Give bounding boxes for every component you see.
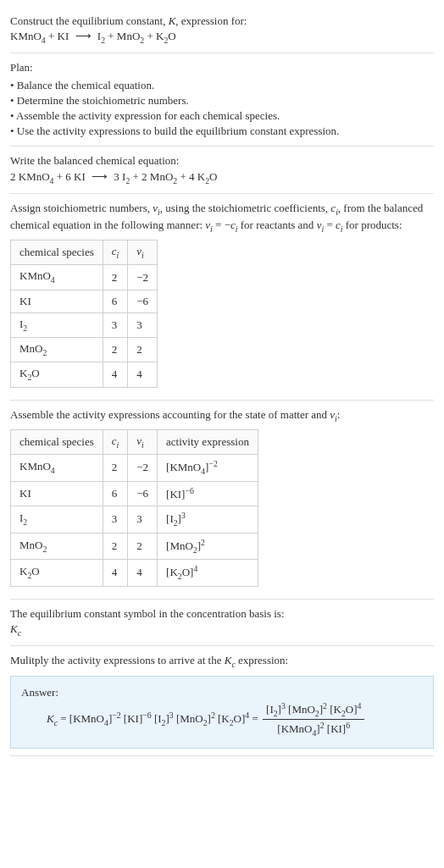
kc-K: K <box>10 622 18 635</box>
table-row: I233[I2]3 <box>11 506 258 534</box>
th-ci: ci <box>103 429 128 454</box>
ans-kc: K <box>47 712 54 725</box>
ans-t4: [MnO <box>176 712 203 725</box>
n3b: O] <box>346 703 358 716</box>
coef-1: 2 <box>10 170 19 183</box>
product-3: K <box>156 30 164 42</box>
table-row: MnO222[MnO2]2 <box>11 533 258 560</box>
bplus-2: + <box>130 170 142 183</box>
cell-activity: [K2O]4 <box>158 560 258 587</box>
balanced-title: Write the balanced chemical equation: <box>10 153 434 169</box>
plan-title: Plan: <box>10 60 434 75</box>
answer-equation: Kc = [KMnO4]−2 [KI]−6 [I2]3 [MnO2]2 [K2O… <box>21 700 423 739</box>
sp: KI <box>19 295 31 307</box>
bspecies-5: K <box>197 170 205 183</box>
stoich-table: chemical species ci νi KMnO42−2 KI6−6 I2… <box>10 240 158 387</box>
cell-species: K2O <box>11 362 103 387</box>
ans-t4sub: 2 <box>203 717 208 727</box>
bplus-3: + <box>177 170 189 183</box>
assign-eq2: for reactants and <box>238 218 317 231</box>
th-ci-sub: i <box>117 440 119 449</box>
th-nu: νi <box>128 240 158 265</box>
cell-nu: 2 <box>128 533 158 560</box>
d2: [KI] <box>327 723 346 736</box>
th-nu: νi <box>128 429 158 454</box>
sp-sub: 2 <box>23 517 27 527</box>
ans-t3: [I <box>154 712 162 725</box>
kc-sub: c <box>18 628 21 638</box>
spb: O <box>31 367 39 379</box>
assign-text: Assign stoichiometric numbers, νi, using… <box>10 201 434 235</box>
n3: [K <box>330 703 341 716</box>
ans-eq2: = <box>249 712 261 725</box>
balanced-section: Write the balanced chemical equation: 2 … <box>10 147 434 193</box>
act: [KMnO <box>166 461 201 473</box>
cell-species: KI <box>11 290 103 312</box>
act-sup: 4 <box>193 564 197 573</box>
table-row: KMnO42−2[KMnO4]−2 <box>11 455 258 482</box>
cell-c: 2 <box>103 533 128 560</box>
table-row: KMnO42−2 <box>11 265 158 290</box>
th-ci-sub: i <box>117 251 119 260</box>
answer-section: Mulitply the activity expressions to arr… <box>10 646 434 756</box>
actb: O] <box>182 567 194 579</box>
cell-c: 3 <box>103 312 128 337</box>
cell-species: I2 <box>11 312 103 337</box>
cell-nu: 4 <box>128 362 158 387</box>
cell-c: 6 <box>103 481 128 506</box>
cell-species: K2O <box>11 560 103 587</box>
cell-c: 6 <box>103 290 128 312</box>
cell-c: 4 <box>103 362 128 387</box>
answer-box: Answer: Kc = [KMnO4]−2 [KI]−6 [I2]3 [MnO… <box>10 676 434 749</box>
sp: K <box>19 565 27 578</box>
cell-nu: 2 <box>128 338 158 362</box>
sp-sub: 2 <box>23 323 27 333</box>
sp-sub: 4 <box>51 275 55 285</box>
sp: K <box>19 367 27 379</box>
ans-t1sup: −2 <box>112 710 120 719</box>
cell-nu: −2 <box>128 265 158 290</box>
sp: KI <box>19 487 31 500</box>
act-sup: 2 <box>201 538 205 547</box>
product-3b: O <box>168 30 175 42</box>
assign-eq4: for products: <box>342 218 402 231</box>
act: [K <box>166 567 178 579</box>
fraction: [I2]3 [MnO2]2 [K2O]4[KMnO4]2 [KI]6 <box>261 700 366 739</box>
reactant-1: KMnO <box>10 30 42 42</box>
cell-nu: 4 <box>128 560 158 587</box>
product-2: MnO <box>117 30 140 42</box>
kc-text: The equilibrium constant symbol in the c… <box>10 606 434 622</box>
cell-species: I2 <box>11 506 103 534</box>
d1s: 4 <box>312 728 316 738</box>
table-row: K2O44 <box>11 362 158 387</box>
bspecies-5b: O <box>209 170 217 183</box>
cell-nu: −6 <box>128 481 158 506</box>
n1: [I <box>266 703 274 716</box>
n2: [MnO <box>288 703 315 716</box>
table-row: I233 <box>11 312 158 337</box>
activity-table: chemical species ci νi activity expressi… <box>10 429 258 587</box>
cell-c: 3 <box>103 506 128 534</box>
sp-sub: 4 <box>51 466 55 475</box>
nu4s: i <box>335 413 337 423</box>
table-row: K2O44[K2O]4 <box>11 560 258 587</box>
act-sup: 3 <box>181 511 186 520</box>
q-text-2: , expression for: <box>175 14 247 27</box>
plus-1: + <box>46 30 58 42</box>
denominator: [KMnO4]2 [KI]6 <box>263 720 364 739</box>
th-species: chemical species <box>11 429 103 454</box>
cell-c: 2 <box>103 265 128 290</box>
spb: O <box>31 565 39 578</box>
n1sup: 3 <box>281 701 286 710</box>
th-nu-sub: i <box>142 440 144 449</box>
plan-item: Use the activity expressions to build th… <box>10 124 434 139</box>
act-sup: −6 <box>185 486 193 495</box>
assign-eq1: = − <box>213 218 230 231</box>
cell-activity: [KMnO4]−2 <box>158 455 258 482</box>
cell-nu: −2 <box>128 455 158 482</box>
ans-t2sup: −6 <box>142 710 151 719</box>
bspecies-1: KMnO <box>19 170 50 183</box>
multiply-text: Mulitply the activity expressions to arr… <box>10 653 434 670</box>
unbalanced-equation: KMnO4 + KI ⟶ I2 + MnO2 + K2O <box>10 29 434 46</box>
cell-nu: 3 <box>128 506 158 534</box>
